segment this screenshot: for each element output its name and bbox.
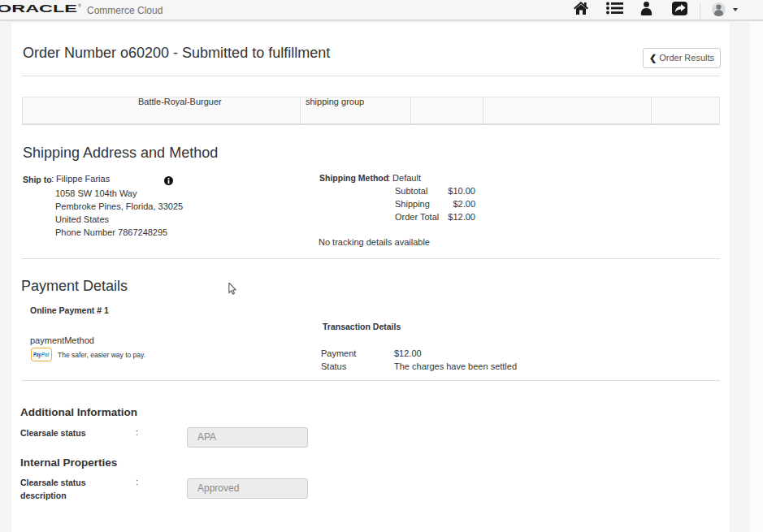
svg-text:Pal: Pal [41, 352, 50, 357]
svg-text:ORACLE: ORACLE [0, 2, 77, 14]
svg-text:®: ® [78, 3, 81, 8]
